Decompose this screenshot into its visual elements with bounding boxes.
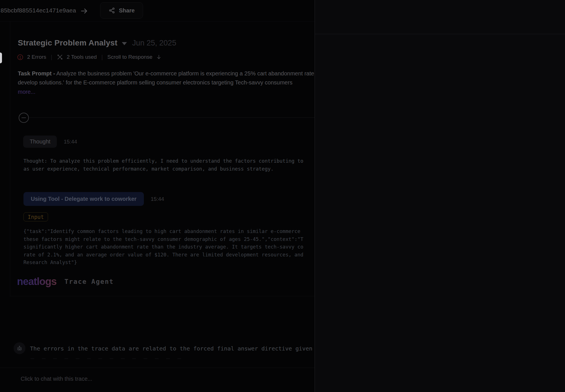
agent-name[interactable]: Strategic Problem Analyst	[18, 38, 118, 47]
top-bar: 85bcbf885514ec1471e9aea Share	[0, 0, 315, 21]
tools-icon	[57, 54, 63, 60]
error-icon	[17, 54, 23, 60]
json-line-2: these factors might relate to the tech-s…	[23, 236, 315, 243]
more-link[interactable]: more...	[18, 89, 35, 95]
faded-clipped-text	[31, 358, 189, 359]
drawer-handle[interactable]	[0, 53, 2, 63]
tools-count: 2 Tools used	[67, 54, 97, 60]
response-divider	[10, 296, 315, 296]
arrow-down-icon	[156, 54, 162, 60]
response-summary: The errors in the trace data are related…	[30, 345, 315, 352]
task-prompt-text-1: Analyze the business problem 'Our e-comm…	[56, 70, 314, 77]
robot-icon	[14, 342, 25, 354]
tool-step: Using Tool - Delegate work to coworker 1…	[23, 192, 164, 206]
trace-date: Jun 25, 2025	[132, 39, 176, 47]
thought-line-2: as user experience, technical performanc…	[23, 165, 315, 173]
task-prompt-label: Task Prompt -	[18, 70, 55, 77]
json-line-1: {"task":"Identify common factors leading…	[23, 228, 315, 236]
arrow-right-icon[interactable]	[80, 7, 88, 15]
trace-card-border	[10, 21, 10, 297]
thought-step: Thought 15:44	[23, 136, 77, 148]
trace-chat-input[interactable]: Click to chat with this trace...	[21, 376, 92, 382]
scroll-to-response[interactable]: Scroll to Response	[107, 54, 152, 60]
neatlogs-logo: neatlogs	[17, 276, 57, 288]
share-button[interactable]: Share	[100, 2, 143, 19]
divider: |	[51, 54, 52, 60]
thought-content: Thought: To analyze this problem efficie…	[23, 157, 315, 173]
tool-input-json: {"task":"Identify common factors leading…	[23, 228, 315, 267]
thought-timestamp: 15:44	[64, 139, 77, 145]
comments-header	[315, 0, 565, 34]
using-tool-badge[interactable]: Using Tool - Delegate work to coworker	[23, 192, 144, 206]
divider: |	[101, 54, 103, 60]
timeline-divider	[29, 117, 315, 118]
share-icon	[109, 7, 115, 14]
trace-stats: 2 Errors | 2 Tools used | Scroll to Resp…	[17, 54, 162, 60]
minus-icon	[21, 117, 26, 118]
app-root: 85bcbf885514ec1471e9aea Share Strategic …	[0, 0, 565, 392]
errors-count: 2 Errors	[27, 54, 46, 60]
task-prompt: Task Prompt - Analyze the business probl…	[18, 69, 315, 87]
task-prompt-text-2: develop solutions.' for the E-commerce p…	[18, 78, 315, 87]
json-line-3: significantly higher cart abandonment ra…	[23, 243, 315, 251]
json-line-5: Research Analyst"}	[23, 259, 315, 267]
tool-timestamp: 15:44	[151, 196, 164, 202]
collapse-section-button[interactable]	[19, 113, 29, 123]
chevron-down-icon[interactable]	[122, 42, 127, 45]
trace-agent-label: Trace Agent	[64, 278, 114, 285]
share-label: Share	[119, 7, 135, 14]
agent-header: Strategic Problem Analyst Jun 25, 2025	[18, 38, 176, 47]
thought-badge[interactable]: Thought	[23, 136, 57, 148]
brand-row: neatlogs Trace Agent	[17, 276, 114, 288]
trace-id-text: 85bcbf885514ec1471e9aea	[1, 7, 76, 14]
comments-panel: Comments 2 685bcbf885514ec1471e9aea A St…	[315, 0, 565, 392]
trace-view: 85bcbf885514ec1471e9aea Share Strategic …	[0, 0, 315, 392]
chat-bar-divider	[0, 368, 315, 368]
json-line-4: rate of 2.1%, and an average order value…	[23, 251, 315, 259]
input-badge: Input	[23, 212, 48, 221]
thought-line-1: Thought: To analyze this problem efficie…	[23, 157, 315, 165]
